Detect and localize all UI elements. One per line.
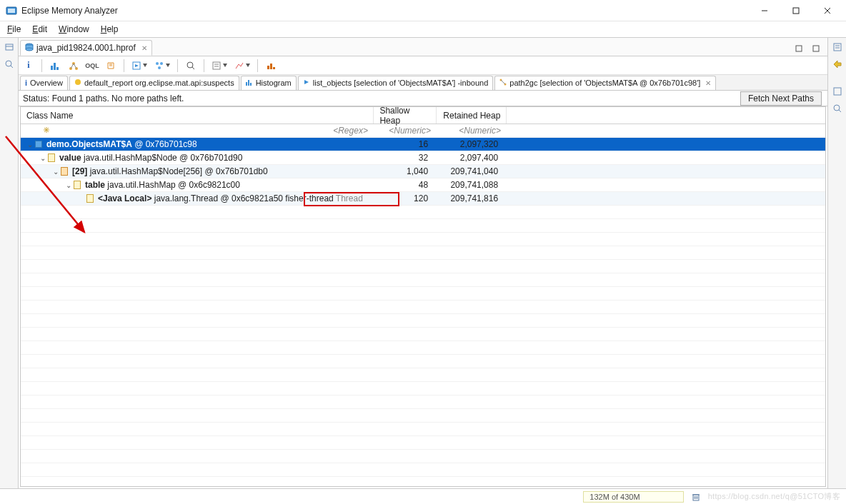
dominator-icon[interactable]: [66, 59, 81, 73]
maximize-editor-icon[interactable]: [809, 41, 823, 56]
svg-point-27: [156, 62, 159, 65]
oql-icon[interactable]: OQL: [85, 59, 99, 73]
expander-icon[interactable]: ⌄: [39, 154, 46, 162]
table-row: [21, 219, 825, 233]
search-icon[interactable]: [184, 59, 198, 73]
svg-point-55: [834, 105, 840, 111]
notes-icon[interactable]: [831, 41, 844, 54]
row-label: table java.util.HashMap @ 0x6c9821c00: [85, 180, 240, 190]
svg-rect-1: [8, 9, 15, 13]
tab-histogram[interactable]: Histogram: [241, 76, 297, 90]
heap-indicator[interactable]: 132M of 430M: [583, 491, 683, 503]
filter-row[interactable]: <Regex> <Numeric> <Numeric>: [21, 124, 825, 138]
run-report-dropdown[interactable]: [130, 59, 149, 73]
expander-icon[interactable]: ⌄: [26, 141, 34, 148]
window-title: Eclipse Memory Analyzer: [21, 6, 749, 16]
gc-icon[interactable]: [691, 492, 701, 502]
svg-rect-41: [250, 83, 252, 86]
details-icon[interactable]: [831, 85, 844, 98]
table-row[interactable]: ⌄demo.ObjectsMAT$A @ 0x76b701c98162,097,…: [21, 138, 825, 151]
svg-point-12: [26, 48, 33, 51]
tab-list-objects[interactable]: list_objects [selection of 'ObjectsMAT$A…: [298, 76, 494, 90]
table-row: [21, 450, 825, 463]
retained-heap-value: 209,741,040: [434, 165, 504, 178]
svg-point-30: [187, 62, 193, 68]
maximize-button[interactable]: [780, 1, 812, 21]
path-icon: [499, 79, 507, 87]
results-grid[interactable]: Class Name Shallow Heap Retained Heap <R…: [20, 106, 826, 487]
col-class-name[interactable]: Class Name: [21, 107, 374, 124]
inspect-icon[interactable]: [3, 58, 16, 71]
svg-line-22: [74, 64, 76, 69]
result-tabstrip: iOverview default_report org.eclipse.mat…: [19, 75, 827, 91]
table-row[interactable]: <Java Local> java.lang.Thread @ 0x6c9821…: [21, 192, 825, 206]
export-icon[interactable]: [264, 59, 278, 73]
table-row: [21, 273, 825, 287]
histogram-icon[interactable]: [48, 59, 62, 73]
grid-header: Class Name Shallow Heap Retained Heap: [21, 107, 825, 124]
menu-file[interactable]: File: [3, 23, 25, 36]
editor-tab[interactable]: java_pid19824.0001.hprof ✕: [20, 40, 152, 56]
table-row: [21, 395, 825, 409]
table-row[interactable]: ⌄[29] java.util.HashMap$Node[256] @ 0x76…: [21, 165, 825, 178]
restore-icon[interactable]: [792, 41, 806, 56]
table-row: [21, 328, 825, 341]
regex-placeholder[interactable]: <Regex>: [54, 126, 368, 136]
col-retained-heap[interactable]: Retained Heap: [437, 107, 507, 124]
table-row: [21, 368, 825, 382]
nav-icon[interactable]: [831, 58, 844, 71]
table-row[interactable]: ⌄value java.util.HashMap$Node @ 0x76b701…: [21, 151, 825, 165]
tab-default-report[interactable]: default_report org.eclipse.mat.api:suspe…: [69, 76, 239, 90]
menu-window[interactable]: Window: [54, 23, 94, 36]
object-icon: [59, 166, 69, 176]
svg-line-9: [11, 66, 13, 68]
db-icon: [25, 43, 34, 54]
shallow-heap-value: 32: [371, 151, 434, 164]
row-label: <Java Local> java.lang.Thread @ 0x6c9821…: [98, 193, 363, 203]
shallow-heap-value: 16: [371, 138, 434, 151]
svg-rect-17: [56, 67, 59, 70]
status-line: Status: Found 1 paths. No more paths lef…: [19, 91, 827, 106]
expander-icon[interactable]: ⌄: [65, 181, 72, 189]
table-row: [21, 314, 825, 328]
menu-help[interactable]: Help: [96, 23, 123, 36]
arrow-icon: [303, 79, 310, 87]
history-icon[interactable]: [3, 41, 16, 54]
thread-icon[interactable]: [104, 59, 118, 73]
expander-icon[interactable]: ⌄: [52, 168, 59, 176]
query-dropdown[interactable]: [153, 59, 171, 73]
object-icon: [72, 180, 82, 190]
svg-rect-37: [273, 67, 275, 69]
watermark: https://blog.csdn.net/q@51CTO博客: [708, 491, 840, 502]
close-icon[interactable]: ✕: [705, 79, 711, 87]
svg-rect-39: [246, 82, 247, 86]
object-icon: [34, 139, 44, 149]
right-trim: [827, 38, 846, 488]
inspect2-icon[interactable]: [831, 102, 844, 115]
svg-marker-53: [834, 61, 841, 68]
fetch-next-paths-button[interactable]: Fetch Next Paths: [740, 91, 822, 106]
menu-edit[interactable]: Edit: [28, 23, 51, 36]
svg-marker-42: [304, 80, 309, 84]
row-label: demo.ObjectsMAT$A @ 0x76b701c98: [46, 139, 197, 149]
col-shallow-heap[interactable]: Shallow Heap: [374, 107, 437, 124]
info-icon[interactable]: i: [21, 59, 36, 73]
retained-heap-value: 209,741,816: [434, 192, 504, 205]
chart-dropdown[interactable]: [233, 59, 252, 73]
minimize-button[interactable]: [749, 1, 780, 21]
svg-point-29: [158, 66, 161, 69]
svg-rect-40: [248, 80, 249, 86]
svg-rect-50: [834, 44, 841, 51]
calc-dropdown[interactable]: [210, 59, 229, 73]
table-row: [21, 463, 825, 477]
svg-point-38: [75, 79, 81, 85]
table-row[interactable]: ⌄table java.util.HashMap @ 0x6c9821c0048…: [21, 178, 825, 192]
tab-overview[interactable]: iOverview: [20, 76, 68, 90]
tab-path2gc[interactable]: path2gc [selection of 'ObjectsMAT$A @ 0x…: [494, 76, 716, 90]
close-button[interactable]: [812, 1, 843, 21]
table-row: [21, 260, 825, 273]
status-text: Status: Found 1 paths. No more paths lef…: [23, 94, 740, 104]
close-icon[interactable]: ✕: [141, 44, 147, 52]
editor-tabstrip: java_pid19824.0001.hprof ✕: [19, 38, 827, 56]
table-row: [21, 246, 825, 260]
